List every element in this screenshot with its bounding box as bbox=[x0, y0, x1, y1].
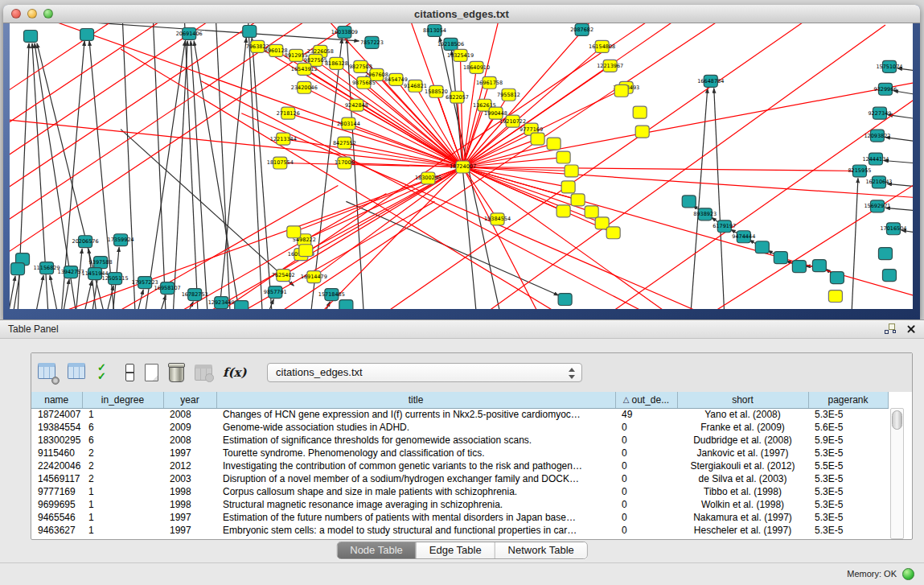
cell-c-name[interactable]: 22420046 bbox=[31, 459, 82, 472]
citation-edge-black[interactable] bbox=[323, 302, 330, 309]
column-header-in_degree[interactable]: in_degree bbox=[82, 392, 163, 408]
cell-c-title[interactable]: Estimation of significance thresholds fo… bbox=[216, 434, 615, 447]
cell-c-short[interactable]: Franke et al. (2009) bbox=[677, 421, 808, 434]
cell-c-out[interactable]: 0 bbox=[615, 434, 677, 447]
citation-edge-black[interactable] bbox=[216, 23, 230, 309]
citation-edge-black[interactable] bbox=[153, 23, 166, 309]
cell-c-rank[interactable]: 5.3E-5 bbox=[808, 447, 888, 459]
graph-node-teal[interactable] bbox=[774, 252, 787, 264]
cell-c-year[interactable]: 2008 bbox=[163, 408, 216, 421]
citation-edge-black[interactable] bbox=[852, 178, 858, 309]
graph-node-yellow[interactable]: 12213344 bbox=[270, 133, 297, 145]
citation-edge-red[interactable] bbox=[463, 167, 913, 306]
cell-c-name[interactable]: 19384554 bbox=[31, 421, 82, 434]
cell-c-rank[interactable]: 5.3E-5 bbox=[808, 485, 888, 498]
cell-c-name[interactable]: 14569117 bbox=[31, 472, 82, 485]
cell-c-short[interactable]: Tibbo et al. (1998) bbox=[677, 485, 808, 498]
cell-c-deg[interactable]: 1 bbox=[82, 524, 163, 537]
close-panel-icon[interactable] bbox=[906, 324, 916, 334]
graph-node-teal[interactable] bbox=[11, 263, 25, 275]
cell-c-year[interactable]: 2008 bbox=[163, 434, 216, 447]
cell-c-name[interactable]: 9777169 bbox=[31, 485, 82, 498]
graph-node-teal[interactable]: 11156829 bbox=[34, 262, 60, 274]
cell-c-title[interactable]: Genome-wide association studies in ADHD. bbox=[216, 421, 615, 434]
cell-c-deg[interactable]: 2 bbox=[82, 447, 163, 459]
unselect-columns-icon[interactable] bbox=[125, 364, 134, 381]
graph-node-yellow[interactable]: 19384554 bbox=[484, 213, 511, 225]
citation-edge-black[interactable] bbox=[50, 275, 58, 309]
cell-c-rank[interactable]: 5.3E-5 bbox=[808, 472, 888, 485]
citation-edge-red[interactable] bbox=[463, 167, 614, 233]
memory-status-indicator[interactable] bbox=[902, 568, 914, 580]
graph-node-yellow[interactable]: 7955812 bbox=[497, 89, 520, 101]
cell-c-name[interactable]: 18300295 bbox=[31, 434, 82, 447]
table-options-button[interactable] bbox=[38, 363, 57, 382]
graph-node-teal[interactable]: 15751074 bbox=[876, 60, 902, 72]
network-canvas[interactable]: 2069140616033809785722388130541921850620… bbox=[10, 23, 913, 309]
citation-edge-black[interactable] bbox=[10, 23, 265, 257]
cell-c-title[interactable]: Changes of HCN gene expression and I(f) … bbox=[216, 408, 615, 421]
cell-c-rank[interactable]: 5.3E-5 bbox=[808, 524, 888, 537]
graph-node-teal[interactable] bbox=[235, 301, 248, 309]
citation-edge-black[interactable] bbox=[122, 23, 135, 309]
graph-node-teal[interactable] bbox=[24, 30, 38, 42]
citation-edge-red[interactable] bbox=[463, 139, 538, 167]
citation-edge-black[interactable] bbox=[35, 275, 43, 309]
citation-edge-black[interactable] bbox=[84, 281, 92, 309]
graph-node-teal[interactable]: 2087682 bbox=[570, 23, 593, 35]
graph-node-teal[interactable] bbox=[882, 270, 896, 282]
cell-c-out[interactable]: 0 bbox=[615, 472, 677, 485]
graph-node-teal[interactable] bbox=[80, 28, 94, 40]
cell-c-short[interactable]: Dudbridge et al. (2008) bbox=[677, 434, 808, 447]
tab-node-table[interactable]: Node Table bbox=[337, 542, 416, 558]
graph-node-yellow[interactable] bbox=[531, 133, 544, 145]
graph-node-yellow[interactable] bbox=[614, 84, 628, 97]
graph-node-teal[interactable]: 12923449 bbox=[208, 297, 235, 309]
cell-c-short[interactable]: de Silva et al. (2003) bbox=[677, 472, 808, 485]
graph-node-yellow[interactable]: 16961758 bbox=[476, 76, 503, 89]
graph-node-yellow[interactable]: 7625402 bbox=[272, 270, 295, 282]
table-selector-dropdown[interactable]: citations_edges.txt bbox=[267, 363, 582, 382]
cell-c-out[interactable]: 0 bbox=[615, 485, 677, 498]
graph-node-yellow[interactable] bbox=[565, 165, 578, 177]
cell-c-short[interactable]: Nakamura et al. (1997) bbox=[677, 511, 808, 524]
graph-node-teal[interactable] bbox=[830, 272, 844, 284]
cell-c-short[interactable]: Wolkin et al. (1998) bbox=[677, 498, 808, 511]
table-body[interactable]: 1872400712008Changes of HCN gene express… bbox=[31, 408, 888, 537]
cell-c-year[interactable]: 2009 bbox=[163, 421, 216, 434]
graph-node-yellow[interactable]: 117006 bbox=[335, 157, 355, 169]
citation-edge-red[interactable] bbox=[463, 167, 564, 309]
citation-edge-black[interactable] bbox=[451, 51, 476, 309]
cell-c-name[interactable]: 9465546 bbox=[31, 511, 82, 524]
citation-network-graph[interactable]: 2069140616033809785722388130541921850620… bbox=[10, 23, 913, 309]
cell-c-year[interactable]: 1997 bbox=[163, 511, 216, 524]
citation-edge-black[interactable] bbox=[564, 97, 913, 309]
tab-network-table[interactable]: Network Table bbox=[495, 542, 587, 558]
cell-c-title[interactable]: Estimation of the future numbers of pati… bbox=[216, 511, 615, 524]
graph-node-teal[interactable]: 16648784 bbox=[697, 75, 724, 87]
graph-node-teal[interactable]: 17359924 bbox=[108, 234, 134, 246]
table-row[interactable]: 1830029562008Estimation of significance … bbox=[31, 434, 888, 447]
cell-c-title[interactable]: Structural magnetic resonance image aver… bbox=[216, 498, 615, 511]
citation-edge-black[interactable] bbox=[121, 130, 294, 286]
graph-node-yellow[interactable] bbox=[547, 138, 561, 150]
graph-node-yellow[interactable] bbox=[299, 245, 313, 257]
graph-node-teal[interactable]: 8813054 bbox=[423, 24, 446, 36]
graph-node-yellow[interactable]: 13325419 bbox=[447, 49, 474, 61]
cell-c-deg[interactable]: 6 bbox=[82, 434, 163, 447]
cell-c-rank[interactable]: 5.3E-5 bbox=[808, 408, 888, 421]
citation-edge-black[interactable] bbox=[714, 89, 725, 309]
cell-c-rank[interactable]: 5.3E-5 bbox=[808, 511, 888, 524]
graph-node-yellow[interactable] bbox=[635, 126, 649, 138]
graph-node-yellow[interactable]: 18107554 bbox=[267, 157, 294, 169]
graph-node-teal[interactable]: 16210643 bbox=[865, 176, 892, 188]
show-columns-button[interactable] bbox=[68, 363, 87, 382]
cell-c-title[interactable]: Disruption of a novel member of a sodium… bbox=[216, 472, 615, 485]
select-all-columns-icon[interactable]: ✓✓ bbox=[97, 364, 113, 381]
graph-node-teal[interactable]: 12444134 bbox=[862, 153, 889, 165]
cell-c-title[interactable]: Embryonic stem cells: a model to study s… bbox=[216, 524, 615, 537]
cell-c-rank[interactable]: 5.9E-5 bbox=[808, 434, 888, 447]
cell-c-rank[interactable]: 5.5E-5 bbox=[808, 459, 888, 472]
column-header-out_de[interactable]: △out_de... bbox=[615, 392, 677, 408]
cell-c-deg[interactable]: 2 bbox=[82, 459, 163, 472]
